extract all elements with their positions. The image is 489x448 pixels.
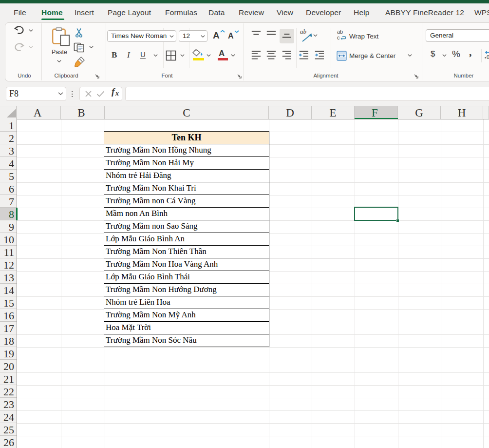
svg-text:0: 0	[487, 54, 489, 60]
